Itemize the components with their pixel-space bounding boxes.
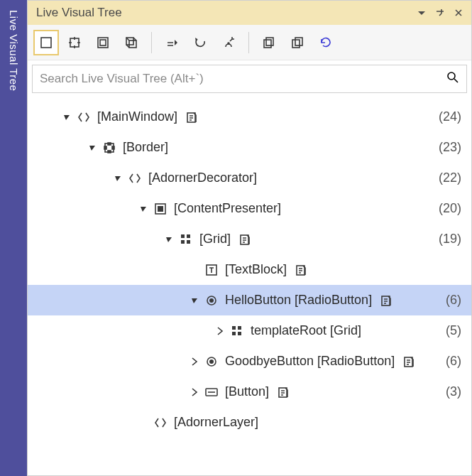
svg-rect-0: [41, 38, 51, 48]
radio-icon: [204, 293, 219, 308]
svg-rect-33: [238, 332, 241, 335]
expand-icon[interactable]: [188, 386, 201, 399]
search-input[interactable]: [40, 72, 446, 86]
tree-item-label: [TextBlock]: [225, 262, 287, 277]
svg-rect-21: [187, 234, 190, 238]
content-icon: [153, 201, 168, 217]
expand-icon[interactable]: [188, 355, 201, 368]
titlebar: Live Visual Tree: [28, 1, 471, 25]
tool-window-tab[interactable]: Live Visual Tree: [0, 0, 27, 476]
svg-rect-2: [98, 38, 108, 48]
descendant-count: (3): [446, 384, 461, 399]
tree-row[interactable]: [Grid](19): [28, 224, 471, 254]
svg-rect-14: [108, 143, 111, 145]
svg-rect-19: [158, 206, 163, 212]
toolbar-expand-all-button[interactable]: [285, 30, 310, 55]
tree-row[interactable]: [Button](3): [28, 377, 471, 407]
svg-rect-7: [264, 40, 271, 48]
border-icon: [101, 140, 117, 156]
view-source-icon[interactable]: [294, 263, 308, 277]
tree-item-label: [Border]: [123, 140, 168, 155]
descendant-count: (6): [446, 354, 461, 369]
search-icon[interactable]: [446, 71, 459, 87]
tree-row[interactable]: [Border](23): [28, 132, 471, 163]
tree-item-label: [AdornerLayer]: [174, 415, 258, 430]
collapse-icon[interactable]: [111, 172, 124, 185]
toolbar-go-to-live-button[interactable]: [159, 30, 185, 55]
collapse-icon[interactable]: [137, 202, 150, 215]
collapse-icon[interactable]: [60, 111, 73, 124]
collapse-icon[interactable]: [163, 233, 175, 246]
svg-rect-17: [112, 146, 114, 149]
button-icon: [204, 384, 219, 400]
element-icon: [153, 415, 168, 431]
window-menu-icon[interactable]: [415, 6, 429, 20]
text-icon: [204, 262, 219, 278]
grid-icon: [178, 232, 194, 247]
tree-row[interactable]: templateRoot [Grid](5): [28, 315, 471, 346]
svg-rect-3: [100, 40, 106, 45]
tree-item-label: templateRoot [Grid]: [251, 323, 361, 338]
svg-rect-15: [108, 151, 111, 153]
toolbar: [28, 25, 471, 60]
tree-row[interactable]: [MainWindow](24): [28, 102, 471, 132]
pin-icon[interactable]: [433, 6, 447, 20]
tree-item-label: [Button]: [225, 384, 269, 399]
svg-point-6: [228, 43, 229, 44]
toolbar-separator: [151, 32, 152, 53]
tree-row[interactable]: [TextBlock]: [28, 254, 471, 285]
view-source-icon[interactable]: [379, 293, 393, 308]
tree-row[interactable]: [AdornerDecorator](22): [28, 163, 471, 193]
element-icon: [127, 171, 143, 186]
toolbar-toggle-2d-button[interactable]: [119, 30, 144, 55]
view-source-icon[interactable]: [185, 110, 199, 124]
search-bar: [32, 65, 467, 93]
svg-point-11: [448, 72, 455, 80]
svg-rect-22: [181, 240, 185, 244]
svg-rect-23: [187, 240, 190, 244]
toolbar-show-layout-adorners-button[interactable]: [62, 30, 87, 55]
view-source-icon[interactable]: [402, 355, 416, 369]
tree-item-label: [Grid]: [199, 232, 231, 247]
svg-rect-31: [238, 326, 241, 330]
tree-row[interactable]: [AdornerLayer]: [28, 407, 471, 438]
descendant-count: (19): [439, 232, 461, 247]
toolbar-undo-button[interactable]: [187, 30, 213, 55]
svg-rect-30: [232, 326, 236, 330]
close-icon[interactable]: [451, 6, 466, 20]
collapse-icon[interactable]: [188, 294, 201, 307]
descendant-count: (22): [439, 171, 461, 185]
live-visual-tree-panel: Live Visual Tree [MainWindow](24)[Border…: [27, 0, 472, 476]
toolbar-select-element-button[interactable]: [33, 30, 59, 55]
toolbar-separator: [248, 32, 249, 53]
tree-row[interactable]: [ContentPresenter](20): [28, 193, 471, 224]
tool-window-tab-label: Live Visual Tree: [8, 10, 20, 91]
svg-rect-5: [129, 40, 136, 48]
view-source-icon[interactable]: [238, 232, 252, 247]
svg-rect-20: [181, 234, 185, 238]
svg-point-35: [209, 359, 214, 364]
toolbar-collapse-all-button[interactable]: [256, 30, 282, 55]
descendant-count: (23): [439, 140, 461, 155]
tree-row[interactable]: GoodbyeButton [RadioButton](6): [28, 346, 471, 377]
collapse-icon[interactable]: [86, 141, 99, 154]
toolbar-options-button[interactable]: [216, 30, 241, 55]
tree-item-label: HelloButton [RadioButton]: [225, 293, 372, 308]
svg-rect-9: [292, 40, 300, 48]
element-icon: [76, 109, 92, 125]
tree-row[interactable]: HelloButton [RadioButton](6): [28, 285, 471, 315]
visual-tree: [MainWindow](24)[Border](23)[AdornerDeco…: [28, 97, 471, 475]
tree-item-label: [ContentPresenter]: [174, 201, 281, 216]
tree-item-label: [AdornerDecorator]: [148, 171, 257, 185]
svg-rect-32: [232, 332, 236, 335]
toolbar-refresh-button[interactable]: [313, 30, 339, 55]
descendant-count: (24): [439, 109, 461, 124]
toolbar-track-focused-button[interactable]: [90, 30, 116, 55]
descendant-count: (5): [446, 323, 461, 338]
descendant-count: (6): [446, 293, 461, 308]
svg-rect-8: [266, 38, 273, 45]
radio-icon: [204, 354, 219, 369]
view-source-icon[interactable]: [276, 385, 290, 399]
titlebar-title: Live Visual Tree: [36, 6, 410, 20]
expand-icon[interactable]: [214, 325, 226, 337]
